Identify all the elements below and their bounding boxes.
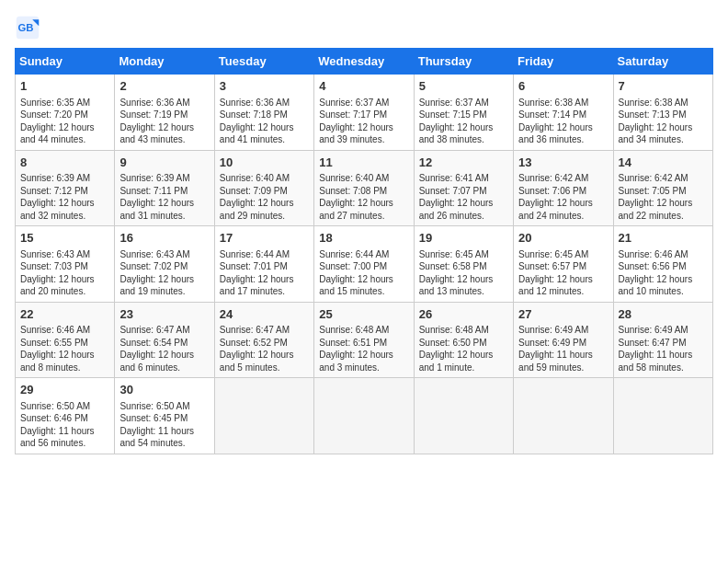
calendar-cell: 6Sunrise: 6:38 AM Sunset: 7:14 PM Daylig… [514,75,613,151]
day-info: Sunrise: 6:40 AM Sunset: 7:09 PM Dayligh… [220,172,309,222]
page-header: GB [15,15,713,40]
day-number: 20 [518,230,608,247]
day-info: Sunrise: 6:50 AM Sunset: 6:45 PM Dayligh… [119,400,209,450]
day-number: 25 [319,306,408,323]
day-info: Sunrise: 6:36 AM Sunset: 7:19 PM Dayligh… [119,97,209,146]
calendar-cell [214,378,313,454]
day-number: 10 [220,155,309,171]
day-number: 7 [619,78,708,95]
calendar-cell: 7Sunrise: 6:38 AM Sunset: 7:13 PM Daylig… [613,75,712,151]
day-info: Sunrise: 6:41 AM Sunset: 7:07 PM Dayligh… [419,172,508,222]
calendar: SundayMondayTuesdayWednesdayThursdayFrid… [15,48,713,454]
day-number: 5 [419,78,508,95]
day-info: Sunrise: 6:35 AM Sunset: 7:20 PM Dayligh… [20,97,109,146]
day-number: 28 [619,306,708,323]
day-info: Sunrise: 6:50 AM Sunset: 6:46 PM Dayligh… [20,400,109,450]
day-info: Sunrise: 6:37 AM Sunset: 7:15 PM Dayligh… [419,97,508,146]
calendar-cell: 17Sunrise: 6:44 AM Sunset: 7:01 PM Dayli… [214,226,313,303]
calendar-cell: 19Sunrise: 6:45 AM Sunset: 6:58 PM Dayli… [414,226,513,303]
day-number: 2 [119,78,209,95]
calendar-cell: 9Sunrise: 6:39 AM Sunset: 7:11 PM Daylig… [115,150,214,226]
calendar-week-row: 22Sunrise: 6:46 AM Sunset: 6:55 PM Dayli… [16,302,713,378]
calendar-cell: 2Sunrise: 6:36 AM Sunset: 7:19 PM Daylig… [115,75,214,151]
calendar-cell: 10Sunrise: 6:40 AM Sunset: 7:09 PM Dayli… [214,150,313,226]
day-number: 9 [119,155,209,171]
day-number: 23 [119,306,209,323]
calendar-header-thursday: Thursday [414,49,513,75]
calendar-cell [613,378,712,454]
day-info: Sunrise: 6:39 AM Sunset: 7:11 PM Dayligh… [119,172,209,222]
calendar-cell: 21Sunrise: 6:46 AM Sunset: 6:56 PM Dayli… [613,226,712,303]
calendar-cell: 24Sunrise: 6:47 AM Sunset: 6:52 PM Dayli… [214,302,313,378]
day-number: 16 [119,230,209,247]
calendar-cell: 15Sunrise: 6:43 AM Sunset: 7:03 PM Dayli… [16,226,115,303]
day-info: Sunrise: 6:48 AM Sunset: 6:50 PM Dayligh… [419,324,508,373]
calendar-cell: 13Sunrise: 6:42 AM Sunset: 7:06 PM Dayli… [514,150,613,226]
day-number: 13 [518,155,608,171]
calendar-cell: 12Sunrise: 6:41 AM Sunset: 7:07 PM Dayli… [414,150,513,226]
day-info: Sunrise: 6:43 AM Sunset: 7:02 PM Dayligh… [119,248,209,298]
day-info: Sunrise: 6:47 AM Sunset: 6:54 PM Dayligh… [119,324,209,373]
calendar-cell: 1Sunrise: 6:35 AM Sunset: 7:20 PM Daylig… [16,75,115,151]
logo-icon: GB [15,15,40,40]
day-number: 26 [419,306,508,323]
day-info: Sunrise: 6:42 AM Sunset: 7:06 PM Dayligh… [518,172,608,222]
day-info: Sunrise: 6:38 AM Sunset: 7:14 PM Dayligh… [518,97,608,146]
calendar-header-wednesday: Wednesday [314,49,414,75]
calendar-cell: 26Sunrise: 6:48 AM Sunset: 6:50 PM Dayli… [414,302,513,378]
day-number: 22 [20,306,109,323]
day-number: 12 [419,155,508,171]
calendar-week-row: 29Sunrise: 6:50 AM Sunset: 6:46 PM Dayli… [16,378,713,454]
calendar-cell: 22Sunrise: 6:46 AM Sunset: 6:55 PM Dayli… [16,302,115,378]
day-number: 29 [20,382,109,398]
day-info: Sunrise: 6:47 AM Sunset: 6:52 PM Dayligh… [220,324,309,373]
day-number: 6 [518,78,608,95]
day-number: 19 [419,230,508,247]
calendar-cell: 5Sunrise: 6:37 AM Sunset: 7:15 PM Daylig… [414,75,513,151]
calendar-week-row: 1Sunrise: 6:35 AM Sunset: 7:20 PM Daylig… [16,75,713,151]
calendar-header-sunday: Sunday [16,49,115,75]
day-number: 17 [220,230,309,247]
calendar-header-saturday: Saturday [613,49,712,75]
day-number: 8 [20,155,109,171]
day-info: Sunrise: 6:39 AM Sunset: 7:12 PM Dayligh… [20,172,109,222]
day-number: 30 [119,382,209,398]
calendar-cell: 28Sunrise: 6:49 AM Sunset: 6:47 PM Dayli… [613,302,712,378]
day-number: 21 [619,230,708,247]
day-number: 18 [319,230,408,247]
calendar-week-row: 15Sunrise: 6:43 AM Sunset: 7:03 PM Dayli… [16,226,713,303]
calendar-header-row: SundayMondayTuesdayWednesdayThursdayFrid… [16,49,713,75]
day-number: 24 [220,306,309,323]
svg-text:GB: GB [18,22,34,33]
day-info: Sunrise: 6:36 AM Sunset: 7:18 PM Dayligh… [220,97,309,146]
day-info: Sunrise: 6:40 AM Sunset: 7:08 PM Dayligh… [319,172,408,222]
day-info: Sunrise: 6:49 AM Sunset: 6:49 PM Dayligh… [518,324,608,373]
calendar-cell: 8Sunrise: 6:39 AM Sunset: 7:12 PM Daylig… [16,150,115,226]
calendar-week-row: 8Sunrise: 6:39 AM Sunset: 7:12 PM Daylig… [16,150,713,226]
calendar-cell: 18Sunrise: 6:44 AM Sunset: 7:00 PM Dayli… [314,226,414,303]
day-number: 15 [20,230,109,247]
calendar-cell: 14Sunrise: 6:42 AM Sunset: 7:05 PM Dayli… [613,150,712,226]
day-info: Sunrise: 6:43 AM Sunset: 7:03 PM Dayligh… [20,248,109,298]
day-number: 1 [20,78,109,95]
logo: GB [15,15,44,40]
calendar-cell [414,378,513,454]
calendar-cell: 11Sunrise: 6:40 AM Sunset: 7:08 PM Dayli… [314,150,414,226]
calendar-cell [514,378,613,454]
day-info: Sunrise: 6:46 AM Sunset: 6:56 PM Dayligh… [619,248,708,298]
day-info: Sunrise: 6:37 AM Sunset: 7:17 PM Dayligh… [319,97,408,146]
day-number: 14 [619,155,708,171]
day-info: Sunrise: 6:46 AM Sunset: 6:55 PM Dayligh… [20,324,109,373]
day-info: Sunrise: 6:42 AM Sunset: 7:05 PM Dayligh… [619,172,708,222]
day-info: Sunrise: 6:44 AM Sunset: 7:01 PM Dayligh… [220,248,309,298]
day-number: 4 [319,78,408,95]
calendar-cell: 27Sunrise: 6:49 AM Sunset: 6:49 PM Dayli… [514,302,613,378]
calendar-cell: 29Sunrise: 6:50 AM Sunset: 6:46 PM Dayli… [16,378,115,454]
calendar-cell: 25Sunrise: 6:48 AM Sunset: 6:51 PM Dayli… [314,302,414,378]
calendar-cell: 4Sunrise: 6:37 AM Sunset: 7:17 PM Daylig… [314,75,414,151]
day-info: Sunrise: 6:44 AM Sunset: 7:00 PM Dayligh… [319,248,408,298]
calendar-cell [314,378,414,454]
day-number: 11 [319,155,408,171]
day-info: Sunrise: 6:45 AM Sunset: 6:57 PM Dayligh… [518,248,608,298]
calendar-cell: 16Sunrise: 6:43 AM Sunset: 7:02 PM Dayli… [115,226,214,303]
